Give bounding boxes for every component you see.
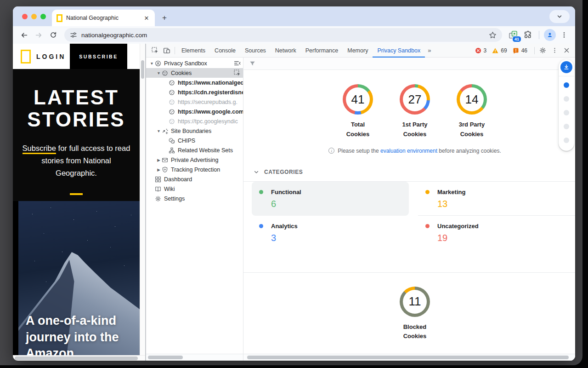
story-card[interactable]: A one-of-a-kind journey into the Amazon	[18, 201, 140, 356]
tree-item-private-advertising[interactable]: ▶ Private Advertising	[146, 155, 243, 165]
collapsed-arrow-icon[interactable]: ▶	[156, 167, 162, 172]
subscribe-button[interactable]: SUBSCRIBE	[70, 44, 127, 69]
address-bar[interactable]: nationalgeographic.com	[64, 28, 502, 42]
tree-item-cookie-url-4[interactable]: https://www.google.com	[146, 107, 243, 116]
profile-avatar[interactable]	[544, 29, 556, 41]
browser-window: National Geographic ✕ + nationalgeograph…	[13, 6, 575, 361]
uncategorized-count: 19	[437, 233, 568, 243]
tab-title: National Geographic	[66, 15, 139, 21]
tree-scrollbar-thumb[interactable]	[148, 356, 183, 359]
page-horizontal-scrollbar[interactable]	[13, 355, 145, 361]
site-settings-icon[interactable]	[70, 31, 77, 39]
device-toolbar-button[interactable]	[161, 45, 173, 56]
donut-total-cookies[interactable]: 41 TotalCookies	[335, 84, 381, 139]
kebab-menu-icon	[561, 32, 567, 38]
minimize-window-button[interactable]	[31, 14, 37, 19]
tree-item-chips[interactable]: CHIPS	[146, 136, 243, 145]
cookie-icon	[169, 118, 175, 125]
tab-memory[interactable]: Memory	[343, 44, 373, 58]
tab-performance[interactable]: Performance	[301, 44, 343, 58]
inspect-cursor-icon[interactable]	[234, 69, 241, 76]
tab-network[interactable]: Network	[271, 44, 301, 58]
devtools-bottom-scrollbars	[146, 354, 575, 361]
download-report-button[interactable]	[560, 61, 572, 73]
more-tabs-button[interactable]: »	[425, 47, 433, 54]
login-link[interactable]: LOGIN	[36, 53, 66, 60]
tab-close-icon[interactable]: ✕	[143, 15, 150, 22]
tree-horizontal-scrollbar[interactable]	[146, 354, 243, 361]
tree-item-tracking-protection[interactable]: ▶ Tracking Protection	[146, 165, 243, 174]
console-status-counts[interactable]: 3 69 46	[475, 47, 532, 54]
tab-console[interactable]: Console	[210, 44, 240, 58]
back-button[interactable]	[17, 29, 30, 41]
inspect-element-button[interactable]	[149, 45, 161, 56]
tree-item-cookie-url-3[interactable]: https://securepubads.g.	[146, 97, 243, 107]
tree-item-privacy-sandbox[interactable]: ▼ Privacy Sandbox	[146, 58, 243, 68]
fullscreen-window-button[interactable]	[40, 14, 46, 19]
page-dot-3[interactable]	[564, 110, 569, 115]
expand-arrow-icon[interactable]: ▼	[149, 61, 155, 66]
page-dot-2[interactable]	[564, 96, 569, 102]
tree-item-dashboard[interactable]: Dashboard	[146, 174, 243, 184]
main-scrollbar-thumb[interactable]	[247, 356, 569, 359]
device-toolbar-icon	[163, 47, 170, 54]
tree-item-related-website-sets[interactable]: Related Website Sets	[146, 145, 243, 155]
category-card-analytics[interactable]: Analytics 3	[252, 216, 409, 249]
psat-extension-button[interactable]: 41	[507, 29, 520, 41]
category-card-marketing[interactable]: Marketing 13	[418, 182, 575, 216]
reload-button[interactable]	[47, 29, 60, 41]
category-card-uncategorized[interactable]: Uncategorized 19	[418, 216, 575, 249]
url-text[interactable]: nationalgeographic.com	[81, 32, 485, 39]
browser-tab[interactable]: National Geographic ✕	[52, 10, 155, 26]
envelope-icon	[162, 156, 169, 163]
tree-item-settings[interactable]: Settings	[146, 194, 243, 203]
page-dot-4[interactable]	[564, 124, 569, 129]
bookmark-star-icon[interactable]	[489, 31, 497, 39]
natgeo-page: LOGIN SUBSCRIBE LATEST STORIES Subscribe…	[13, 44, 145, 361]
forward-button[interactable]	[32, 29, 45, 41]
tab-privacy-sandbox[interactable]: Privacy Sandbox	[373, 44, 425, 58]
page-horizontal-scrollbar-thumb[interactable]	[15, 356, 138, 360]
tree-item-wiki[interactable]: Wiki	[146, 184, 243, 194]
cookie-donut-row: 41 TotalCookies 27	[243, 84, 575, 139]
tab-elements[interactable]: Elements	[177, 44, 210, 58]
evaluation-environment-link[interactable]: evaluation environment	[380, 148, 437, 154]
donut-value: 27	[400, 84, 430, 115]
devtools-settings-button[interactable]	[537, 45, 548, 56]
page-dot-5[interactable]	[564, 138, 569, 143]
tree-item-cookies[interactable]: ▼ Cookies	[146, 68, 243, 78]
devtools-menu-button[interactable]	[548, 45, 560, 56]
tree-item-cookie-url-5[interactable]: https://tpc.googlesyndic	[146, 116, 243, 126]
page-vertical-scrollbar-thumb[interactable]	[141, 60, 144, 79]
story-caption[interactable]: A one-of-a-kind journey into the Amazon	[26, 313, 136, 356]
collapsed-arrow-icon[interactable]: ▶	[156, 158, 162, 162]
expand-arrow-icon[interactable]: ▼	[156, 129, 162, 133]
expand-arrow-icon[interactable]: ▼	[156, 71, 162, 75]
new-tab-button[interactable]: +	[158, 12, 170, 24]
browser-menu-button[interactable]	[558, 29, 571, 41]
close-window-button[interactable]	[22, 14, 28, 19]
tab-sources[interactable]: Sources	[240, 44, 271, 58]
devtools-close-button[interactable]	[560, 45, 572, 56]
donut-first-party-cookies[interactable]: 27 1st PartyCookies	[392, 84, 438, 139]
page-dot-1[interactable]	[564, 82, 569, 88]
categories-section: CATEGORIES Functional 6 Marketing	[243, 169, 575, 249]
tree-item-site-boundaries[interactable]: ▼ Site Boundaries	[146, 126, 243, 136]
download-icon	[563, 64, 570, 70]
category-card-functional[interactable]: Functional 6	[252, 182, 409, 216]
main-horizontal-scrollbar[interactable]	[243, 354, 575, 361]
gear-icon	[539, 47, 546, 54]
natgeo-logo[interactable]	[21, 50, 31, 63]
donut-third-party-cookies[interactable]: 14 3rd PartyCookies	[449, 84, 495, 139]
filter-icon[interactable]	[249, 60, 256, 67]
tree-item-cookie-url-1[interactable]: https://www.nationalgec	[146, 78, 243, 87]
tree-item-cookie-url-2[interactable]: https://cdn.registerdisne	[146, 87, 243, 97]
categories-header[interactable]: CATEGORIES	[243, 169, 575, 175]
extensions-button[interactable]	[521, 29, 534, 41]
tab-search-button[interactable]	[549, 10, 570, 23]
donut-blocked-cookies[interactable]: 11 BlockedCookies	[392, 287, 438, 342]
page-vertical-scrollbar[interactable]	[140, 44, 145, 355]
hierarchy-icon	[169, 147, 175, 154]
collapse-sidebar-icon[interactable]	[234, 60, 241, 67]
subscribe-link[interactable]: Subscribe	[23, 144, 56, 154]
